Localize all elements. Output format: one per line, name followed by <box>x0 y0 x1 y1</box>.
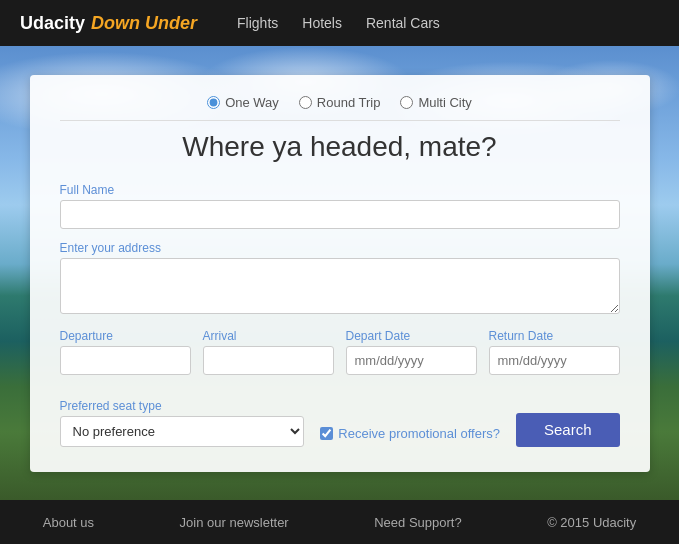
trip-type-multi-city-radio[interactable] <box>400 96 413 109</box>
trip-type-round-trip-label: Round Trip <box>317 95 381 110</box>
trip-type-multi-city-label: Multi City <box>418 95 471 110</box>
form-heading: Where ya headed, mate? <box>60 131 620 163</box>
promo-checkbox-label[interactable]: Receive promotional offers? <box>320 426 500 447</box>
seat-type-select[interactable]: No preference Window Aisle Middle <box>60 416 305 447</box>
logo-brand: Udacity <box>20 13 85 34</box>
trip-type-one-way[interactable]: One Way <box>207 95 279 110</box>
return-date-label: Return Date <box>489 329 620 343</box>
depart-date-input[interactable] <box>346 346 477 375</box>
booking-form-card: One Way Round Trip Multi City Where ya h… <box>30 75 650 472</box>
promo-checkbox[interactable] <box>320 427 333 440</box>
depart-date-label: Depart Date <box>346 329 477 343</box>
footer-copyright: © 2015 Udacity <box>547 515 636 530</box>
trip-type-one-way-label: One Way <box>225 95 279 110</box>
main-nav: Flights Hotels Rental Cars <box>237 15 440 31</box>
address-input[interactable] <box>60 258 620 314</box>
departure-group: Departure <box>60 329 191 375</box>
depart-date-group: Depart Date <box>346 329 477 375</box>
full-name-input[interactable] <box>60 200 620 229</box>
address-label: Enter your address <box>60 241 620 255</box>
header: Udacity Down Under Flights Hotels Rental… <box>0 0 679 46</box>
seat-type-group: Preferred seat type No preference Window… <box>60 399 305 447</box>
return-date-group: Return Date <box>489 329 620 375</box>
footer-support[interactable]: Need Support? <box>374 515 461 530</box>
departure-label: Departure <box>60 329 191 343</box>
trip-type-round-trip[interactable]: Round Trip <box>299 95 381 110</box>
arrival-input[interactable] <box>203 346 334 375</box>
trip-type-selector: One Way Round Trip Multi City <box>60 95 620 121</box>
nav-flights[interactable]: Flights <box>237 15 278 31</box>
address-group: Enter your address <box>60 241 620 317</box>
nav-hotels[interactable]: Hotels <box>302 15 342 31</box>
footer-newsletter[interactable]: Join our newsletter <box>180 515 289 530</box>
main-content: One Way Round Trip Multi City Where ya h… <box>0 46 679 500</box>
bottom-row: Preferred seat type No preference Window… <box>60 399 620 447</box>
nav-rental-cars[interactable]: Rental Cars <box>366 15 440 31</box>
trip-type-round-trip-radio[interactable] <box>299 96 312 109</box>
full-name-label: Full Name <box>60 183 620 197</box>
full-name-group: Full Name <box>60 183 620 229</box>
footer-about[interactable]: About us <box>43 515 94 530</box>
trip-type-one-way-radio[interactable] <box>207 96 220 109</box>
promo-label-text: Receive promotional offers? <box>338 426 500 441</box>
logo: Udacity Down Under <box>20 13 197 34</box>
arrival-label: Arrival <box>203 329 334 343</box>
logo-subtitle: Down Under <box>91 13 197 34</box>
dates-row: Departure Arrival Depart Date Return Dat… <box>60 329 620 387</box>
departure-input[interactable] <box>60 346 191 375</box>
arrival-group: Arrival <box>203 329 334 375</box>
search-button[interactable]: Search <box>516 413 620 447</box>
trip-type-multi-city[interactable]: Multi City <box>400 95 471 110</box>
seat-type-label: Preferred seat type <box>60 399 305 413</box>
return-date-input[interactable] <box>489 346 620 375</box>
footer: About us Join our newsletter Need Suppor… <box>0 500 679 544</box>
